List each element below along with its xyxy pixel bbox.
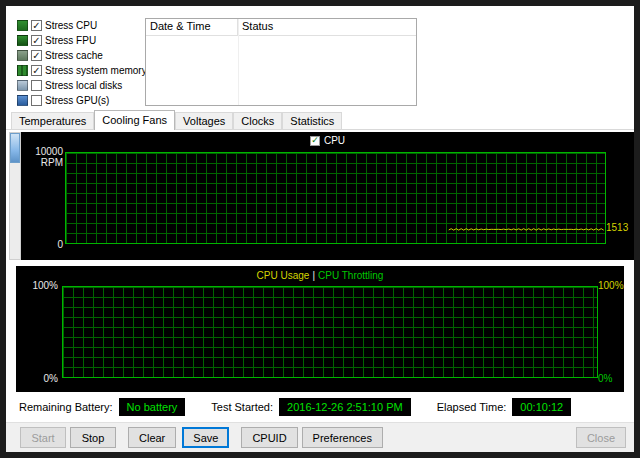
stress-cache-label: Stress cache: [45, 50, 103, 61]
stress-cache-checkbox[interactable]: ✓: [31, 50, 42, 61]
fan-y-max-label: 10000: [23, 146, 63, 157]
fan-y-unit-label: RPM: [23, 157, 63, 168]
tab-statistics[interactable]: Statistics: [282, 112, 342, 129]
fan-chart-panel: ✓ CPU 10000 RPM 0 1513: [21, 132, 634, 260]
stress-option-cache[interactable]: ✓ Stress cache: [17, 48, 141, 63]
memory-icon: [17, 65, 28, 76]
usage-plot: [62, 286, 598, 378]
fan-y-min-label: 0: [51, 239, 63, 250]
test-started-label: Test Started:: [211, 401, 273, 413]
close-button[interactable]: Close: [576, 427, 626, 448]
tab-strip: Temperatures Cooling Fans Voltages Clock…: [6, 110, 634, 130]
usage-right-top-label: 100%: [598, 280, 622, 291]
usage-right-bottom-label: 0%: [598, 373, 622, 384]
save-button[interactable]: Save: [182, 427, 229, 448]
stress-option-fpu[interactable]: ✓ Stress FPU: [17, 33, 141, 48]
elapsed-time-label: Elapsed Time:: [437, 401, 507, 413]
tab-temperatures[interactable]: Temperatures: [11, 112, 94, 129]
scrollbar-thumb[interactable]: [10, 133, 20, 163]
stress-fpu-label: Stress FPU: [45, 35, 96, 46]
usage-title-cpu-usage: CPU Usage: [257, 270, 310, 281]
stress-option-disks[interactable]: Stress local disks: [17, 78, 141, 93]
stop-button[interactable]: Stop: [70, 427, 116, 448]
preferences-button[interactable]: Preferences: [302, 427, 383, 448]
disk-icon: [17, 80, 28, 91]
stress-disks-checkbox[interactable]: [31, 80, 42, 91]
button-bar: Start Stop Clear Save CPUID Preferences …: [6, 422, 634, 452]
stress-disks-label: Stress local disks: [45, 80, 122, 91]
battery-value: No battery: [119, 398, 186, 416]
stress-memory-checkbox[interactable]: ✓: [31, 65, 42, 76]
tab-cooling-fans[interactable]: Cooling Fans: [94, 110, 175, 130]
battery-label: Remaining Battery:: [19, 401, 113, 413]
usage-left-top-label: 100%: [20, 280, 58, 291]
fan-chart-legend: ✓ CPU: [21, 135, 634, 146]
test-started-value: 2016-12-26 2:51:10 PM: [279, 398, 411, 416]
cache-icon: [17, 50, 28, 61]
log-table-body: [146, 36, 416, 105]
stress-option-memory[interactable]: ✓ Stress system memory: [17, 63, 141, 78]
usage-title-throttling: CPU Throttling: [318, 270, 383, 281]
cpuid-button[interactable]: CPUID: [241, 427, 297, 448]
cpu-icon: [17, 20, 28, 31]
stress-cpu-checkbox[interactable]: ✓: [31, 20, 42, 31]
elapsed-time-value: 00:10:12: [512, 398, 571, 416]
usage-chart-panel: CPU Usage|CPU Throttling 100% 0% 100% 0%: [16, 266, 624, 392]
stress-option-cpu[interactable]: ✓ Stress CPU: [17, 18, 141, 33]
fan-list-scrollbar[interactable]: [9, 132, 21, 260]
clear-button[interactable]: Clear: [128, 427, 176, 448]
log-column-status[interactable]: Status: [238, 19, 416, 35]
stress-memory-label: Stress system memory: [45, 65, 147, 76]
fan-value-label: 1513: [606, 222, 632, 233]
tab-voltages[interactable]: Voltages: [175, 112, 233, 129]
gpu-icon: [17, 95, 28, 106]
stress-option-list: ✓ Stress CPU ✓ Stress FPU ✓ Stress cache…: [17, 18, 141, 110]
stress-cpu-label: Stress CPU: [45, 20, 97, 31]
tab-clocks[interactable]: Clocks: [233, 112, 282, 129]
fan-chart-row: ✓ CPU 10000 RPM 0 1513: [6, 130, 634, 260]
event-log-table: Date & Time Status: [145, 18, 417, 106]
cpu-legend-label: CPU: [324, 135, 345, 146]
log-table-header: Date & Time Status: [146, 19, 416, 36]
stability-test-window: ✓ Stress CPU ✓ Stress FPU ✓ Stress cache…: [0, 0, 640, 458]
start-button[interactable]: Start: [20, 427, 66, 448]
status-bar: Remaining Battery: No battery Test Start…: [6, 392, 634, 422]
fan-plot: [65, 152, 606, 244]
usage-chart-wrap: CPU Usage|CPU Throttling 100% 0% 100% 0%: [6, 260, 634, 392]
stress-gpu-label: Stress GPU(s): [45, 95, 109, 106]
usage-title-separator: |: [309, 270, 318, 281]
usage-left-bottom-label: 0%: [20, 373, 58, 384]
fan-series-line: [66, 153, 605, 243]
log-column-datetime[interactable]: Date & Time: [146, 19, 238, 35]
stress-option-gpu[interactable]: Stress GPU(s): [17, 93, 141, 108]
stress-gpu-checkbox[interactable]: [31, 95, 42, 106]
stress-fpu-checkbox[interactable]: ✓: [31, 35, 42, 46]
top-section: ✓ Stress CPU ✓ Stress FPU ✓ Stress cache…: [6, 6, 634, 110]
fpu-icon: [17, 35, 28, 46]
cpu-legend-checkbox[interactable]: ✓: [310, 136, 320, 146]
usage-chart-title: CPU Usage|CPU Throttling: [16, 270, 624, 281]
